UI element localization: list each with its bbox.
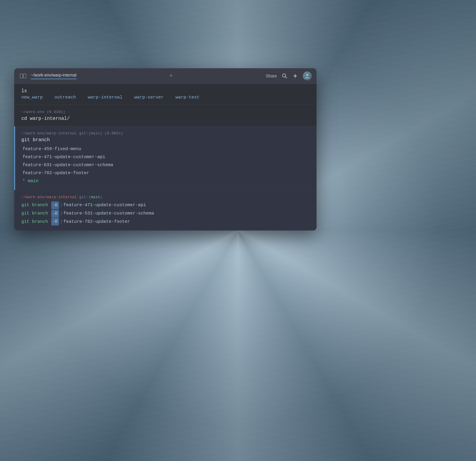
cmd-branch-name-2: feature-531-update-customer-schema bbox=[63, 209, 154, 218]
share-button[interactable]: Share bbox=[266, 74, 277, 78]
svg-rect-0 bbox=[20, 74, 23, 78]
branch-list: feature-459-fixed-menu feature-471-updat… bbox=[21, 145, 309, 185]
delete-commands-list: git branch -D | feature-471-update-custo… bbox=[21, 201, 309, 226]
cmd-flag-1: -D bbox=[51, 201, 59, 209]
cmd-branch-3: branch bbox=[32, 218, 48, 226]
tab-label[interactable]: ~/work-env/warp-internal bbox=[31, 73, 76, 79]
ls-item: outreach bbox=[55, 95, 76, 100]
ls-item: warp-internal bbox=[88, 95, 122, 100]
search-icon[interactable] bbox=[282, 73, 287, 79]
ls-item: new_warp bbox=[21, 95, 43, 100]
terminal-body: ls new_warp outreach warp-internal warp-… bbox=[14, 84, 317, 230]
branch-item: feature-782-update-footer bbox=[21, 169, 309, 177]
ai-icon[interactable] bbox=[292, 73, 298, 79]
delete-cmd-3: git branch -D | feature-782-update-foote… bbox=[21, 218, 309, 226]
title-actions: Share bbox=[266, 71, 312, 80]
cd-block: ~/work-env (0.019s) cd warp-internal/ bbox=[14, 105, 317, 126]
delete-prompt-branch: main bbox=[91, 195, 100, 199]
delete-prompt: ~/work-env/warp-internal git:(main) bbox=[21, 195, 309, 199]
ls-item: warp-server bbox=[134, 95, 164, 100]
cmd-git-3: git bbox=[21, 218, 29, 226]
cd-prompt: ~/work-env (0.019s) bbox=[21, 110, 309, 114]
svg-point-4 bbox=[306, 74, 309, 76]
cmd-branch-name-1: feature-471-update-customer-api bbox=[63, 201, 146, 209]
cmd-git-1: git bbox=[21, 201, 29, 209]
ls-block: ls new_warp outreach warp-internal warp-… bbox=[14, 84, 317, 105]
terminal-window: ~/work-env/warp-internal + Share bbox=[14, 68, 317, 230]
delete-cmd-2: git branch -D | feature-531-update-custo… bbox=[21, 209, 309, 218]
cmd-flag-2: -D bbox=[51, 210, 59, 217]
branch-item: feature-471-update-customer-api bbox=[21, 153, 309, 161]
cmd-flag-3: -D bbox=[51, 218, 59, 225]
branch-item: feature-631-update-customer-schema bbox=[21, 161, 309, 169]
ls-output: new_warp outreach warp-internal warp-ser… bbox=[21, 95, 309, 100]
add-tab-button[interactable]: + bbox=[167, 72, 175, 80]
avatar[interactable] bbox=[303, 71, 312, 80]
cmd-branch-2: branch bbox=[32, 209, 48, 218]
git-branch-prompt: ~/work-env/warp-internal git:(main) (0.0… bbox=[21, 131, 309, 136]
delete-prompt-path: ~/work-env/warp-internal bbox=[21, 195, 77, 199]
branch-item: feature-459-fixed-menu bbox=[21, 145, 309, 153]
ls-command: ls bbox=[21, 88, 309, 94]
branch-item-active: * main bbox=[21, 177, 309, 185]
delete-cmd-1: git branch -D | feature-471-update-custo… bbox=[21, 201, 309, 209]
cmd-branch-name-3: feature-782-update-footer bbox=[63, 218, 130, 226]
cd-command: cd warp-internal/ bbox=[21, 116, 309, 121]
svg-line-3 bbox=[285, 77, 287, 78]
git-branch-command: git branch bbox=[21, 137, 309, 143]
cmd-git-2: git bbox=[21, 209, 29, 218]
delete-commands-block: ~/work-env/warp-internal git:(main) git … bbox=[14, 190, 317, 230]
title-bar: ~/work-env/warp-internal + Share bbox=[14, 68, 317, 84]
git-branch-block: ~/work-env/warp-internal git:(main) (0.0… bbox=[14, 126, 317, 190]
svg-rect-1 bbox=[23, 74, 26, 78]
tab-pane-icon bbox=[19, 72, 27, 80]
ls-item: warp-test bbox=[175, 95, 199, 100]
cmd-branch-1: branch bbox=[32, 201, 48, 209]
delete-prompt-git: git:( bbox=[79, 195, 91, 199]
